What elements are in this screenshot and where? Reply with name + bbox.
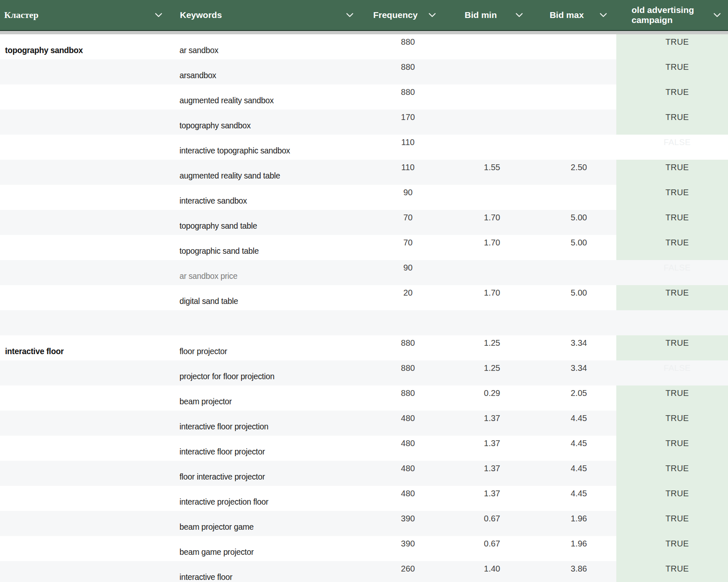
- cluster-cell[interactable]: [0, 185, 176, 210]
- bid-max-cell[interactable]: 4.45: [528, 486, 616, 511]
- bid-min-cell[interactable]: [439, 135, 528, 160]
- campaign-cell[interactable]: TRUE: [616, 486, 728, 511]
- frequency-cell[interactable]: 480: [365, 411, 439, 436]
- bid-min-cell[interactable]: [439, 185, 528, 210]
- bid-min-cell[interactable]: 1.37: [439, 486, 528, 511]
- keyword-cell[interactable]: interactive floor projector: [176, 436, 365, 461]
- bid-min-cell[interactable]: 1.37: [439, 436, 528, 461]
- bid-min-cell[interactable]: [439, 260, 528, 285]
- frequency-cell[interactable]: 20: [365, 285, 439, 310]
- campaign-cell[interactable]: TRUE: [616, 561, 728, 582]
- frequency-cell[interactable]: 880: [365, 335, 439, 360]
- bid-max-cell[interactable]: [528, 110, 616, 135]
- cluster-cell[interactable]: [0, 59, 176, 84]
- keyword-cell[interactable]: interactive projection floor: [176, 486, 365, 511]
- campaign-cell[interactable]: TRUE: [616, 436, 728, 461]
- cluster-cell[interactable]: interactive floor: [0, 335, 176, 360]
- bid-max-cell[interactable]: 4.45: [528, 436, 616, 461]
- frequency-cell[interactable]: 880: [365, 84, 439, 110]
- bid-max-cell[interactable]: 5.00: [528, 235, 616, 260]
- bid-max-cell[interactable]: 2.05: [528, 385, 616, 411]
- campaign-cell[interactable]: TRUE: [616, 185, 728, 210]
- cluster-cell[interactable]: [0, 436, 176, 461]
- bid-max-cell[interactable]: 2.50: [528, 160, 616, 185]
- campaign-cell[interactable]: TRUE: [616, 210, 728, 235]
- cluster-cell[interactable]: [0, 235, 176, 260]
- keyword-cell[interactable]: interactive floor: [176, 561, 365, 582]
- campaign-cell[interactable]: TRUE: [616, 110, 728, 135]
- bid-max-cell[interactable]: [528, 59, 616, 84]
- keyword-cell[interactable]: interactive sandbox: [176, 185, 365, 210]
- bid-max-cell[interactable]: [528, 260, 616, 285]
- bid-min-cell[interactable]: [439, 84, 528, 110]
- filter-chevron-down-icon[interactable]: [515, 13, 523, 18]
- campaign-cell[interactable]: TRUE: [616, 59, 728, 84]
- bid-max-cell[interactable]: 5.00: [528, 210, 616, 235]
- bid-min-cell[interactable]: [439, 34, 528, 59]
- cluster-cell[interactable]: topography sandbox: [0, 34, 176, 59]
- bid-min-cell[interactable]: 1.37: [439, 461, 528, 486]
- filter-chevron-down-icon[interactable]: [428, 13, 436, 18]
- keyword-cell[interactable]: topographic sand table: [176, 235, 365, 260]
- cluster-cell[interactable]: [0, 285, 176, 310]
- bid-max-cell[interactable]: 5.00: [528, 285, 616, 310]
- bid-max-cell[interactable]: 3.34: [528, 335, 616, 360]
- bid-max-cell[interactable]: 3.86: [528, 561, 616, 582]
- cluster-cell[interactable]: [0, 486, 176, 511]
- keyword-cell[interactable]: beam projector: [176, 385, 365, 411]
- keyword-cell[interactable]: arsandbox: [176, 59, 365, 84]
- bid-min-cell[interactable]: 1.25: [439, 335, 528, 360]
- cluster-cell[interactable]: [0, 461, 176, 486]
- cluster-cell[interactable]: [0, 561, 176, 582]
- frequency-cell[interactable]: 90: [365, 260, 439, 285]
- keyword-cell[interactable]: [176, 310, 365, 335]
- bid-min-cell[interactable]: 1.40: [439, 561, 528, 582]
- keyword-cell[interactable]: beam projector game: [176, 511, 365, 536]
- frequency-cell[interactable]: 70: [365, 210, 439, 235]
- campaign-cell[interactable]: TRUE: [616, 335, 728, 360]
- bid-max-cell[interactable]: [528, 310, 616, 335]
- frequency-cell[interactable]: 390: [365, 511, 439, 536]
- frequency-cell[interactable]: 880: [365, 59, 439, 84]
- column-header-old-advertising-campaign[interactable]: old advertising campaign: [616, 0, 728, 30]
- keyword-cell[interactable]: beam game projector: [176, 536, 365, 561]
- bid-max-cell[interactable]: [528, 135, 616, 160]
- filter-chevron-down-icon[interactable]: [713, 13, 721, 18]
- frequency-cell[interactable]: 260: [365, 561, 439, 582]
- campaign-cell[interactable]: TRUE: [616, 34, 728, 59]
- keyword-cell[interactable]: topography sandbox: [176, 110, 365, 135]
- frequency-cell[interactable]: 390: [365, 536, 439, 561]
- frequency-cell[interactable]: 110: [365, 160, 439, 185]
- cluster-cell[interactable]: [0, 360, 176, 385]
- frequency-cell[interactable]: [365, 310, 439, 335]
- column-header-bid-min[interactable]: Bid min: [439, 0, 528, 30]
- bid-min-cell[interactable]: 1.70: [439, 210, 528, 235]
- cluster-cell[interactable]: [0, 135, 176, 160]
- filter-chevron-down-icon[interactable]: [600, 13, 607, 18]
- campaign-cell[interactable]: TRUE: [616, 461, 728, 486]
- keyword-cell[interactable]: interactive topographic sandbox: [176, 135, 365, 160]
- column-header-cluster[interactable]: Кластер: [0, 0, 176, 30]
- bid-max-cell[interactable]: 1.96: [528, 536, 616, 561]
- bid-min-cell[interactable]: 1.70: [439, 235, 528, 260]
- cluster-cell[interactable]: [0, 411, 176, 436]
- campaign-cell[interactable]: FALSE: [616, 135, 728, 160]
- bid-max-cell[interactable]: 3.34: [528, 360, 616, 385]
- campaign-cell[interactable]: TRUE: [616, 285, 728, 310]
- cluster-cell[interactable]: [0, 511, 176, 536]
- bid-min-cell[interactable]: 1.37: [439, 411, 528, 436]
- bid-max-cell[interactable]: [528, 84, 616, 110]
- bid-min-cell[interactable]: 1.55: [439, 160, 528, 185]
- keyword-cell[interactable]: projector for floor projection: [176, 360, 365, 385]
- cluster-cell[interactable]: [0, 385, 176, 411]
- column-header-bid-max[interactable]: Bid max: [528, 0, 616, 30]
- bid-max-cell[interactable]: 4.45: [528, 461, 616, 486]
- cluster-cell[interactable]: [0, 110, 176, 135]
- campaign-cell[interactable]: FALSE: [616, 360, 728, 385]
- bid-max-cell[interactable]: 1.96: [528, 511, 616, 536]
- frequency-cell[interactable]: 480: [365, 486, 439, 511]
- column-header-keywords[interactable]: Keywords: [176, 0, 365, 30]
- keyword-cell[interactable]: topography sand table: [176, 210, 365, 235]
- cluster-cell[interactable]: [0, 84, 176, 110]
- keyword-cell[interactable]: ar sandbox: [176, 34, 365, 59]
